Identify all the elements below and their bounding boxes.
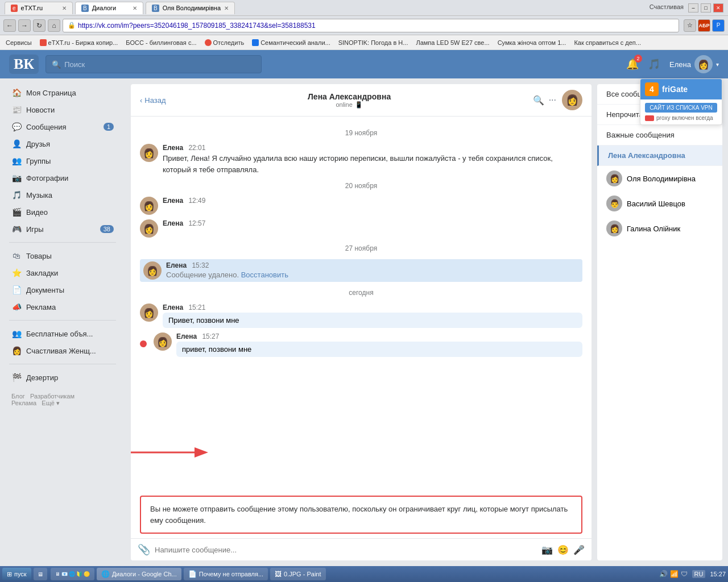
refresh-button[interactable]: ↻	[33, 19, 46, 32]
sidebar-item-docs[interactable]: 📄 Документы	[0, 281, 125, 298]
star-button[interactable]: ☆	[684, 19, 696, 32]
address-bar[interactable]: 🔒 https://vk.com/im?peers=352046198_1578…	[63, 19, 679, 32]
rs-contact-lena[interactable]: Лена Александровна	[597, 146, 722, 166]
msg-time-5: 15:21	[188, 304, 205, 311]
bookmark-semantic[interactable]: Семантический анали...	[250, 38, 333, 47]
network-icon[interactable]: 📶	[670, 570, 679, 578]
show-desktop-button[interactable]: 🖥	[34, 568, 47, 580]
home-button[interactable]: ⌂	[48, 19, 60, 32]
sidebar-item-games[interactable]: 🎮 Игры 38	[0, 221, 125, 238]
tab-close-2-icon[interactable]: ✕	[133, 5, 137, 11]
tab-close-icon[interactable]: ✕	[62, 5, 67, 11]
bookmarks-icon: ⭐	[11, 268, 22, 278]
sidebar-item-free[interactable]: 👥 Бесплатные объя...	[0, 325, 125, 342]
music-icon[interactable]: 🎵	[648, 58, 660, 70]
adv-link[interactable]: Реклама	[11, 400, 36, 406]
sidebar-item-friends[interactable]: 👤 Друзья	[0, 135, 125, 152]
volume-icon[interactable]: 🔊	[659, 570, 668, 578]
close-button[interactable]: ✕	[713, 3, 723, 13]
camera-button[interactable]: 📷	[541, 544, 553, 555]
tab-favicon-3: В	[152, 5, 159, 12]
tab-etxt[interactable]: e eTXT.ru ✕	[5, 2, 73, 14]
tab-close-3-icon[interactable]: ✕	[224, 5, 229, 11]
sidebar-item-dezertir[interactable]: 🏁 Дезертир	[0, 369, 125, 386]
vk-logo[interactable]: ВК	[9, 55, 39, 74]
rs-contact-galyna[interactable]: 👩 Галина Олійник	[597, 216, 722, 241]
sidebar-item-bookmarks[interactable]: ⭐ Закладки	[0, 264, 125, 281]
bookmark-sinoptik[interactable]: SINOPTIK: Погода в Н...	[336, 38, 411, 47]
shield-icon[interactable]: 🛡	[681, 570, 688, 578]
bookmark-etxt[interactable]: eTXT.ru - Биржа копир...	[38, 38, 121, 47]
tab-dialogi[interactable]: В Диалоги ✕	[75, 2, 143, 14]
notifications-button[interactable]: 🔔 2	[626, 58, 639, 70]
bookmark-label-kak: Как справиться с деп...	[574, 39, 641, 46]
language-indicator[interactable]: RU	[692, 570, 706, 578]
blog-link[interactable]: Блог	[11, 393, 25, 400]
rs-important[interactable]: Важные сообщения	[597, 125, 722, 146]
block-message: Вы не можете отправить сообщение этому п…	[140, 496, 582, 534]
search-input[interactable]	[64, 60, 255, 69]
chat-avatar[interactable]: 👩	[562, 90, 582, 110]
dev-link[interactable]: Разработчикам	[30, 393, 75, 400]
frigate-title: friGate	[662, 85, 688, 94]
more-actions-button[interactable]: ···	[549, 95, 556, 105]
sidebar-item-music[interactable]: 🎵 Музыка	[0, 186, 125, 203]
sidebar-item-groups[interactable]: 👥 Группы	[0, 152, 125, 169]
chat-contact-name: Лена Александровна	[172, 92, 527, 101]
window-controls: Счастливая – □ ✕	[650, 3, 723, 13]
search-chat-button[interactable]: 🔍	[533, 95, 544, 106]
happy-icon: 👩	[11, 346, 22, 356]
attach-button[interactable]: 📎	[138, 543, 150, 556]
bookmark-kak[interactable]: Как справиться с деп...	[572, 38, 643, 47]
frigate-vpn-button[interactable]: САЙТ ИЗ СПИСКА VPN	[645, 103, 717, 113]
date-sep-3: 27 ноября	[140, 244, 582, 252]
audio-button[interactable]: 🎤	[573, 544, 585, 555]
sidebar-item-market[interactable]: 🛍 Товары	[0, 247, 125, 264]
bookmark-sumka[interactable]: Сумка жіноча оптом 1...	[495, 38, 569, 47]
video-icon: 🎬	[11, 207, 22, 217]
sidebar-item-video[interactable]: 🎬 Видео	[0, 203, 125, 221]
maximize-button[interactable]: □	[701, 3, 711, 13]
start-button[interactable]: ⊞ пуск	[2, 568, 31, 580]
sidebar-divider-2	[9, 320, 116, 321]
chat-header: ‹ Назад Лена Александровна online 📱 🔍 ··…	[131, 84, 592, 117]
bookmark-lampa[interactable]: Лампа LED 5W E27 све...	[413, 38, 491, 47]
bookmark-services[interactable]: Сервисы	[3, 38, 34, 47]
forward-button[interactable]: →	[18, 19, 31, 32]
bookmark-boss[interactable]: БОСС - биллинговая с...	[123, 38, 198, 47]
msg-author-2: Елена	[163, 197, 183, 205]
bookmark-track[interactable]: Отследить	[202, 38, 247, 47]
emoji-button[interactable]: 😊	[557, 544, 569, 555]
input-icons: 📷 😊 🎤	[541, 544, 585, 555]
games-icon: 🎮	[11, 224, 22, 234]
ext-button[interactable]: P	[712, 19, 725, 32]
rs-avatar-olya: 👩	[606, 171, 622, 186]
sidebar-item-news[interactable]: 📰 Новости	[0, 101, 125, 118]
back-button[interactable]: ←	[3, 19, 16, 32]
tab-olya[interactable]: В Оля Володимирівна ✕	[146, 2, 235, 14]
sidebar-item-mypage[interactable]: 🏠 Моя Страница	[0, 84, 125, 101]
vk-search-box[interactable]: 🔍	[46, 55, 262, 73]
user-menu[interactable]: Елена 👩 ▾	[669, 55, 719, 73]
msg-bubble-6: привет, позвони мне	[176, 342, 582, 357]
deleted-msg-text: Сообщение удалено. Восстановить	[166, 271, 579, 279]
rs-contact-olya[interactable]: 👩 Оля Володимирівна	[597, 166, 722, 191]
sidebar-item-messages[interactable]: 💬 Сообщения 1	[0, 118, 125, 135]
sidebar-item-happy[interactable]: 👩 Счастливая Женщ...	[0, 342, 125, 359]
sidebar-item-photos[interactable]: 📷 Фотографии	[0, 169, 125, 186]
msg-time-2: 12:49	[188, 197, 205, 205]
search-icon: 🔍	[52, 60, 61, 69]
rs-contact-vasyl[interactable]: 👨 Василий Шевцов	[597, 191, 722, 216]
bookmark-favicon-etxt	[40, 39, 47, 46]
taskbar-pochemu[interactable]: 📄 Почему не отправля...	[184, 568, 268, 580]
abp-button[interactable]: АБР	[698, 19, 710, 32]
taskbar-dialogi[interactable]: 🌐 Диалоги - Google Ch...	[97, 568, 181, 580]
more-link[interactable]: Ещё ▾	[42, 400, 60, 406]
msg-avatar-5: 👩	[140, 304, 158, 322]
restore-button[interactable]: Восстановить	[241, 271, 288, 279]
taskbar-paint[interactable]: 🖼 0.JPG - Paint	[270, 568, 325, 580]
back-button[interactable]: ‹ Назад	[140, 96, 166, 105]
minimize-button[interactable]: –	[688, 3, 698, 13]
message-input[interactable]	[155, 546, 537, 554]
sidebar-item-ads[interactable]: 📣 Реклама	[0, 298, 125, 315]
